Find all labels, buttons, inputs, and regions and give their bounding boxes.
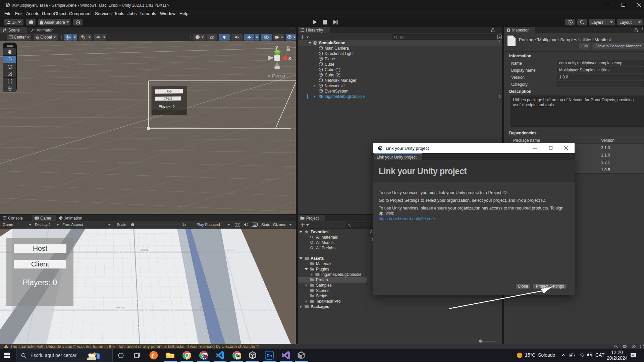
svg-text:y: y [275,44,278,50]
svg-text:Ps: Ps [267,353,272,358]
svg-text:1METER: 1METER [116,306,125,309]
svg-text:x: x [288,55,291,61]
svg-text:J: J [205,356,207,359]
svg-text:1METER: 1METER [141,249,150,251]
